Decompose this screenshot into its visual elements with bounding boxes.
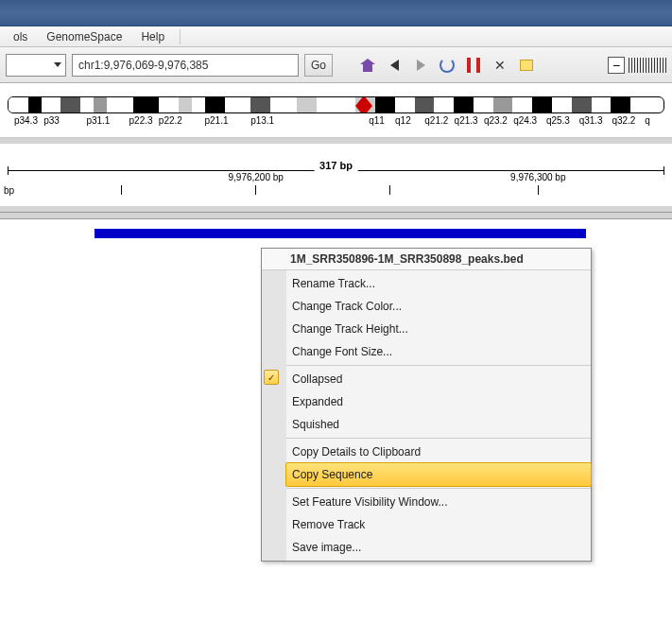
forward-button[interactable]	[410, 55, 431, 76]
ruler-tick-label: 9,976,300 bp	[510, 172, 565, 182]
context-menu-item[interactable]: Expanded	[286, 390, 591, 413]
zoom-ticks-icon	[629, 58, 666, 73]
context-menu-item[interactable]: Copy Details to Clipboard	[286, 441, 591, 463]
menu-help[interactable]: Help	[131, 28, 174, 45]
context-menu-item[interactable]: Save image...	[286, 536, 591, 559]
ideogram-band-label: q	[645, 115, 650, 126]
menu-tools[interactable]: ols	[4, 28, 37, 45]
refresh-button[interactable]	[437, 55, 457, 76]
ideogram-band-label: p22.3	[129, 115, 153, 126]
ruler-tick: 9,976,300 bp	[538, 185, 539, 195]
context-menu-item[interactable]: Rename Track...	[286, 272, 591, 295]
check-icon: ✓	[264, 370, 279, 385]
track-context-menu: 1M_SRR350896-1M_SRR350898_peaks.bed Rena…	[261, 248, 592, 562]
note-icon	[520, 60, 533, 71]
ideogram-band-label: p21.1	[205, 115, 229, 126]
ideogram-band-label: q25.3	[546, 115, 570, 126]
ruler-panel: 317 bp bp 9,976,200 bp9,976,300 bp	[0, 138, 672, 212]
ruler-tick-label: 9,976,200 bp	[228, 172, 283, 182]
roi-icon	[467, 58, 480, 73]
x-icon: ✕	[494, 58, 506, 73]
context-menu-item[interactable]: Collapsed✓	[286, 368, 591, 390]
toolbar: Go ✕ −	[0, 47, 672, 83]
refresh-icon	[439, 58, 455, 73]
context-menu-divider	[286, 365, 591, 366]
roi-button[interactable]	[463, 55, 484, 76]
tooltip-button[interactable]	[516, 55, 537, 76]
ideogram-band-label: q32.2	[612, 115, 635, 126]
context-menu-divider	[286, 488, 591, 489]
ruler-tick: 9,976,200 bp	[255, 185, 256, 195]
ruler-tick	[121, 185, 122, 195]
context-menu-divider	[286, 438, 591, 439]
ideogram-band-label: q31.3	[579, 115, 603, 126]
context-menu-header: 1M_SRR350896-1M_SRR350898_peaks.bed	[262, 249, 591, 270]
context-menu-item[interactable]: Squished	[286, 413, 591, 436]
go-button[interactable]: Go	[304, 54, 333, 77]
zoom-out-button[interactable]: −	[608, 57, 625, 74]
ideogram-band-label: p34.3	[14, 115, 38, 126]
context-menu-item[interactable]: Change Font Size...	[286, 340, 591, 363]
ruler-span-label: 317 bp	[314, 160, 358, 171]
home-icon	[360, 59, 375, 72]
context-menu-item[interactable]: Change Track Color...	[286, 295, 591, 318]
home-button[interactable]	[357, 55, 378, 76]
back-button[interactable]	[384, 55, 405, 76]
context-menu-gutter	[262, 270, 286, 561]
triangle-left-icon	[390, 60, 399, 71]
feature-bar[interactable]	[95, 229, 586, 238]
ideogram-band-label: q12	[395, 115, 411, 126]
chromosome-select[interactable]	[6, 54, 66, 77]
track-separator	[0, 212, 672, 219]
context-menu-item[interactable]: Set Feature Visibility Window...	[286, 491, 591, 513]
ideogram-panel: p34.3p33p31.1p22.3p22.2p21.1p13.1q11q12q…	[0, 83, 672, 138]
window-titlebar	[0, 0, 672, 26]
ideogram-band-label: p33	[43, 115, 60, 126]
ideogram-labels: p34.3p33p31.1p22.3p22.2p21.1p13.1q11q12q…	[8, 115, 664, 129]
triangle-right-icon	[417, 60, 425, 71]
ideogram-band-label: p13.1	[250, 115, 274, 126]
ideogram-band-label: p22.2	[159, 115, 182, 126]
clear-button[interactable]: ✕	[490, 55, 510, 76]
context-menu-item[interactable]: Change Track Height...	[286, 318, 591, 340]
ideogram-band-label: p31.1	[86, 115, 110, 126]
ideogram-band-label: q11	[369, 115, 385, 126]
dropdown-arrow-icon	[54, 62, 61, 67]
ruler-ticks: 9,976,200 bp9,976,300 bp	[0, 185, 672, 208]
ideogram-band-label: q23.2	[484, 115, 508, 126]
ideogram[interactable]	[8, 96, 664, 113]
menubar: ols GenomeSpace Help	[0, 26, 672, 47]
centromere-icon	[355, 96, 372, 113]
menu-genomespace[interactable]: GenomeSpace	[37, 28, 131, 45]
context-menu-item[interactable]: Remove Track	[286, 513, 591, 536]
ideogram-band-label: q21.2	[424, 115, 448, 126]
ideogram-band-label: q21.3	[455, 115, 478, 126]
ideogram-band-label: q24.3	[513, 115, 537, 126]
menubar-separator	[180, 29, 181, 44]
location-input[interactable]	[72, 54, 299, 77]
zoom-control[interactable]: −	[608, 57, 666, 74]
ruler-tick	[389, 185, 390, 195]
context-menu-item[interactable]: Copy Sequence	[285, 462, 592, 487]
